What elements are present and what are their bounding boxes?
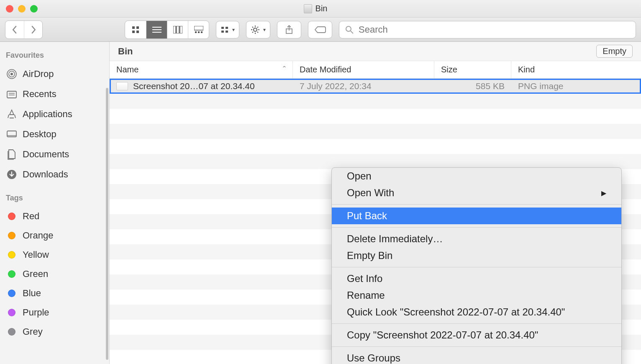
sidebar-item-recents[interactable]: Recents — [0, 84, 109, 104]
documents-icon — [6, 149, 18, 160]
sidebar-tag-blue[interactable]: Blue — [0, 284, 109, 303]
sidebar-item-airdrop[interactable]: AirDrop — [0, 64, 109, 84]
chevron-down-icon: ▾ — [232, 27, 235, 33]
svg-rect-6 — [152, 32, 162, 33]
sidebar-tag-yellow[interactable]: Yellow — [0, 245, 109, 264]
sidebar-item-downloads[interactable]: Downloads — [0, 164, 109, 185]
forward-button[interactable] — [24, 21, 42, 38]
svg-rect-8 — [177, 26, 179, 33]
ctx-empty-bin[interactable]: Empty Bin — [332, 247, 621, 264]
tag-dot-icon — [8, 309, 15, 316]
svg-point-18 — [254, 28, 257, 31]
search-icon — [345, 26, 354, 34]
sort-ascending-icon: ˆ — [283, 65, 286, 74]
menu-separator — [332, 267, 621, 267]
content-area: Bin Empty Name ˆ Date Modified Size Kind… — [110, 42, 641, 364]
icon-view-button[interactable] — [125, 21, 146, 38]
gallery-view-button[interactable] — [188, 21, 209, 38]
trash-icon — [304, 4, 312, 13]
column-view-button[interactable] — [167, 21, 188, 38]
svg-rect-16 — [221, 31, 224, 33]
ctx-delete-immediately[interactable]: Delete Immediately… — [332, 231, 621, 247]
sidebar-heading-favourites: Favourites — [0, 48, 109, 64]
tags-button[interactable] — [308, 21, 332, 38]
titlebar: Bin — [0, 0, 641, 18]
sidebar-item-label: Green — [23, 269, 48, 279]
location-title: Bin — [118, 46, 133, 57]
ctx-use-groups[interactable]: Use Groups — [332, 350, 621, 364]
sidebar-item-documents[interactable]: Documents — [0, 144, 109, 164]
file-thumbnail-icon — [116, 82, 128, 90]
sidebar-tag-orange[interactable]: Orange — [0, 226, 109, 245]
tag-dot-icon — [8, 232, 15, 239]
svg-rect-11 — [195, 31, 197, 33]
tag-dot-icon — [8, 213, 15, 220]
svg-rect-9 — [180, 26, 182, 33]
ctx-open-with[interactable]: Open With▶ — [332, 185, 621, 201]
sidebar-item-desktop[interactable]: Desktop — [0, 124, 109, 144]
sidebar-item-label: Documents — [23, 149, 69, 160]
menu-separator — [332, 323, 621, 324]
ctx-rename[interactable]: Rename — [332, 287, 621, 304]
empty-bin-button[interactable]: Empty — [596, 45, 633, 58]
sidebar-tag-green[interactable]: Green — [0, 264, 109, 284]
back-button[interactable] — [5, 21, 24, 38]
sidebar-item-label: Desktop — [23, 129, 56, 140]
window-title: Bin — [38, 4, 635, 13]
close-window-button[interactable] — [6, 5, 13, 13]
svg-rect-5 — [152, 29, 162, 30]
ctx-open[interactable]: Open — [332, 168, 621, 185]
finder-window: Bin ▾ — [0, 0, 641, 364]
zoom-window-button[interactable] — [30, 5, 38, 13]
file-row[interactable]: Screenshot 20…07 at 20.34.40 7 July 2022… — [110, 79, 641, 94]
group-by-menu[interactable]: ▾ — [216, 21, 239, 38]
minimize-window-button[interactable] — [18, 5, 26, 13]
column-header-size[interactable]: Size — [434, 61, 511, 78]
ctx-get-info[interactable]: Get Info — [332, 270, 621, 287]
sidebar-item-applications[interactable]: Applications — [0, 104, 109, 124]
svg-rect-12 — [198, 31, 200, 33]
svg-rect-15 — [226, 27, 228, 29]
ctx-put-back[interactable]: Put Back — [332, 208, 621, 224]
search-field[interactable] — [339, 21, 636, 38]
sidebar-tag-red[interactable]: Red — [0, 207, 109, 226]
sidebar-tag-grey[interactable]: Grey — [0, 322, 109, 341]
toolbar: ▾ ▾ — [0, 18, 641, 42]
svg-rect-10 — [194, 26, 203, 30]
column-headers: Name ˆ Date Modified Size Kind — [110, 61, 641, 79]
downloads-icon — [6, 169, 18, 180]
svg-rect-13 — [201, 31, 203, 33]
sidebar-item-label: Red — [23, 211, 39, 222]
sidebar-tag-purple[interactable]: Purple — [0, 303, 109, 322]
column-header-date[interactable]: Date Modified — [293, 61, 434, 78]
sidebar-item-label: AirDrop — [23, 69, 54, 79]
action-menu[interactable]: ▾ — [246, 21, 270, 38]
search-input[interactable] — [359, 24, 630, 35]
share-button[interactable] — [277, 21, 301, 38]
svg-rect-2 — [132, 31, 135, 33]
share-icon — [285, 25, 293, 34]
svg-rect-37 — [7, 131, 16, 137]
view-switcher — [125, 21, 209, 39]
tag-dot-icon — [8, 328, 15, 336]
file-list[interactable]: Screenshot 20…07 at 20.34.40 7 July 2022… — [110, 79, 641, 364]
tag-dot-icon — [8, 290, 15, 297]
svg-line-23 — [252, 27, 253, 28]
context-menu: Open Open With▶ Put Back Delete Immediat… — [331, 167, 622, 364]
sidebar-item-label: Orange — [23, 230, 53, 241]
column-header-label: Size — [441, 65, 457, 74]
menu-separator — [332, 227, 621, 228]
sidebar-item-label: Purple — [23, 307, 49, 318]
column-header-kind[interactable]: Kind — [511, 61, 641, 78]
file-name: Screenshot 20…07 at 20.34.40 — [133, 81, 255, 91]
svg-rect-17 — [226, 31, 228, 33]
ctx-copy[interactable]: Copy "Screenshot 2022-07-07 at 20.34.40" — [332, 327, 621, 343]
svg-line-24 — [257, 32, 258, 33]
sidebar: Favourites AirDrop Recents Applications … — [0, 42, 110, 364]
list-view-button[interactable] — [146, 21, 167, 38]
column-header-name[interactable]: Name ˆ — [110, 61, 293, 78]
column-header-label: Name — [116, 65, 138, 74]
sidebar-item-label: Grey — [23, 326, 43, 337]
svg-line-26 — [257, 27, 258, 28]
ctx-quick-look[interactable]: Quick Look "Screenshot 2022-07-07 at 20.… — [332, 304, 621, 320]
